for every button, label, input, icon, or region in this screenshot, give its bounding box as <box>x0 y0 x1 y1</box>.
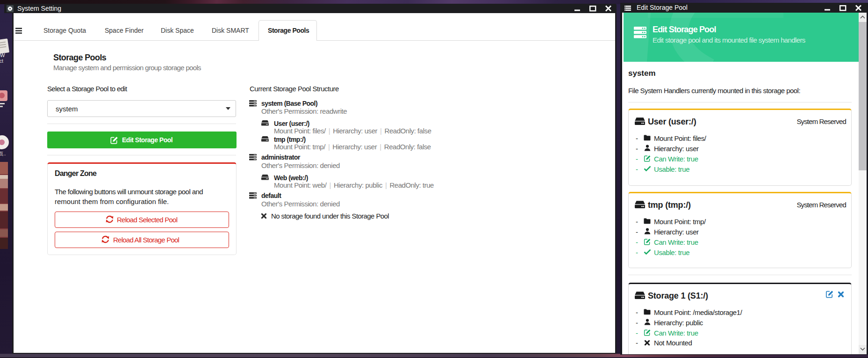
svg-text:W: W <box>0 52 5 58</box>
svg-text:頁..: 頁.. <box>0 151 6 156</box>
svg-text:ct: ct <box>0 58 3 64</box>
